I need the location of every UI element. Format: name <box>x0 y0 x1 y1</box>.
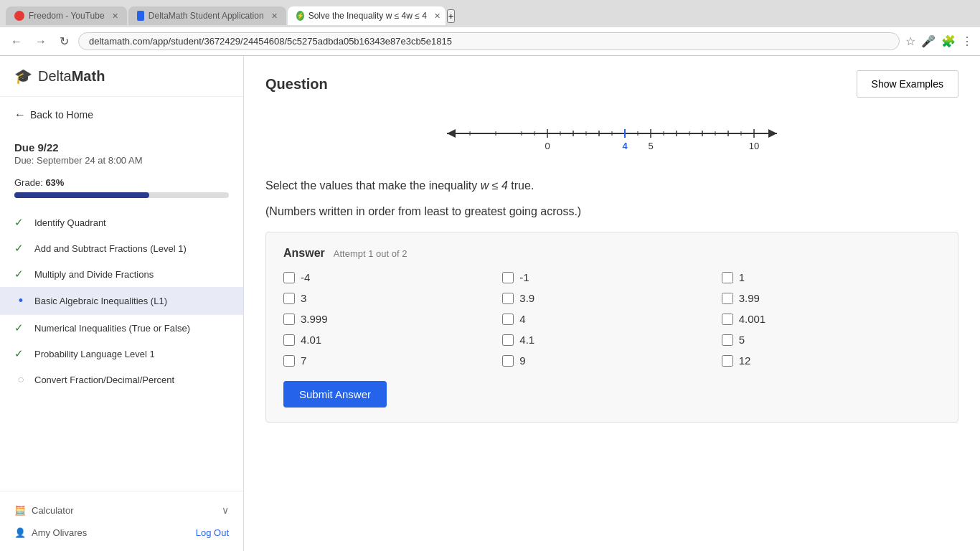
back-to-home-link[interactable]: ← Back to Home <box>0 97 243 133</box>
microphone-icon[interactable]: 🎤 <box>921 34 936 48</box>
back-arrow-icon: ← <box>14 108 26 121</box>
extension-icon[interactable]: 🧩 <box>941 34 956 48</box>
problem-statement: Select the values that make the inequali… <box>265 176 958 195</box>
menu-item-numerical-inequalities[interactable]: ✓ Numerical Inequalities (True or False) <box>0 315 243 341</box>
label-9[interactable]: 9 <box>519 354 525 367</box>
menu-items: ✓ Identify Quadrant ✓ Add and Subtract F… <box>0 207 243 395</box>
menu-item-label-identify: Identify Quadrant <box>34 217 229 228</box>
new-tab-button[interactable]: + <box>447 9 456 23</box>
due-title: Due 9/22 <box>14 141 229 154</box>
sidebar-footer: 🧮 Calculator ∨ 👤 Amy Olivares Log Out <box>0 491 243 551</box>
label-3-999[interactable]: 3.999 <box>301 313 328 325</box>
close-tab-solve[interactable]: ✕ <box>434 11 440 21</box>
user-info: 👤 Amy Olivares <box>14 527 87 538</box>
calculator-row[interactable]: 🧮 Calculator ∨ <box>14 499 229 522</box>
checkbox-neg4[interactable] <box>283 272 295 283</box>
checkbox-item-3-9: 3.9 <box>502 292 721 304</box>
checkbox-3-999[interactable] <box>283 314 295 325</box>
checkbox-4-1[interactable] <box>502 334 514 346</box>
menu-item-basic-algebraic-inequalities[interactable]: • Basic Algebraic Inequalities (L1) <box>0 287 243 315</box>
answer-label: Answer <box>283 247 325 260</box>
svg-text:4: 4 <box>622 141 628 151</box>
calculator-icon: 🧮 <box>14 505 26 516</box>
checkbox-4-001[interactable] <box>722 314 733 325</box>
label-3-99[interactable]: 3.99 <box>739 292 760 304</box>
logout-button[interactable]: Log Out <box>196 527 229 538</box>
menu-item-probability-language[interactable]: ✓ Probability Language Level 1 <box>0 341 243 367</box>
menu-icon[interactable]: ⋮ <box>961 34 973 48</box>
checkbox-4-01[interactable] <box>283 334 295 346</box>
checkbox-item-5: 5 <box>722 334 941 346</box>
checkbox-3[interactable] <box>283 293 295 304</box>
checkbox-4[interactable] <box>502 314 514 325</box>
solve-favicon: ⚡ <box>296 11 304 21</box>
main-content: Question Show Examples 0 <box>244 56 980 551</box>
sidebar: 🎓 DeltaMath ← Back to Home Due 9/22 Due:… <box>0 56 244 551</box>
tab-deltamath-label: DeltaMath Student Application <box>149 11 264 21</box>
checkbox-item-7: 7 <box>283 354 502 367</box>
menu-item-add-subtract-fractions[interactable]: ✓ Add and Subtract Fractions (Level 1) <box>0 235 243 261</box>
checkbox-7[interactable] <box>283 355 295 367</box>
checkbox-neg1[interactable] <box>502 272 514 283</box>
problem-math: w ≤ 4 <box>481 179 508 192</box>
check-icon-multiply-divide: ✓ <box>14 268 27 281</box>
checkbox-9[interactable] <box>502 355 514 367</box>
checkbox-12[interactable] <box>722 355 733 367</box>
checkbox-item-1: 1 <box>722 271 941 283</box>
logo-text: DeltaMath <box>38 68 105 85</box>
number-line-svg: 0 4 5 10 <box>433 112 791 155</box>
grade-section: Grade: 63% <box>0 171 243 207</box>
menu-item-identify-quadrant[interactable]: ✓ Identify Quadrant <box>0 209 243 235</box>
show-examples-button[interactable]: Show Examples <box>857 70 958 98</box>
url-bar[interactable] <box>78 32 900 50</box>
label-3[interactable]: 3 <box>301 292 306 304</box>
back-to-home-label: Back to Home <box>30 109 93 121</box>
checkbox-5[interactable] <box>722 334 733 346</box>
answer-section: Answer Attempt 1 out of 2 -4 -1 1 <box>265 232 958 423</box>
label-4[interactable]: 4 <box>519 313 525 325</box>
svg-text:10: 10 <box>749 141 759 151</box>
number-line-container: 0 4 5 10 <box>265 112 958 155</box>
tab-solve-label: Solve the Inequality w ≤ 4w ≤ 4 <box>308 11 427 21</box>
reload-button[interactable]: ↻ <box>56 33 72 50</box>
question-title: Question <box>265 76 328 93</box>
label-neg4[interactable]: -4 <box>301 271 310 283</box>
label-4-01[interactable]: 4.01 <box>301 334 321 346</box>
bookmark-icon[interactable]: ☆ <box>905 34 915 48</box>
menu-item-multiply-divide-fractions[interactable]: ✓ Multiply and Divide Fractions <box>0 261 243 287</box>
user-name: Amy Olivares <box>32 527 87 538</box>
check-icon-add-subtract: ✓ <box>14 242 27 255</box>
checkbox-1[interactable] <box>722 272 733 283</box>
close-tab-youtube[interactable]: ✕ <box>112 11 118 21</box>
back-nav-button[interactable]: ← <box>7 34 26 50</box>
label-5[interactable]: 5 <box>739 334 745 346</box>
checkbox-grid: -4 -1 1 3 3.9 <box>283 271 941 367</box>
label-neg1[interactable]: -1 <box>519 271 529 283</box>
label-12[interactable]: 12 <box>739 354 751 367</box>
label-3-9[interactable]: 3.9 <box>519 292 534 304</box>
submit-answer-button[interactable]: Submit Answer <box>283 381 387 408</box>
label-1[interactable]: 1 <box>739 271 745 283</box>
svg-text:0: 0 <box>545 141 550 151</box>
progress-bar-container <box>14 192 229 198</box>
label-7[interactable]: 7 <box>301 354 306 367</box>
active-dot-icon: • <box>14 293 27 309</box>
checkbox-3-9[interactable] <box>502 293 514 304</box>
checkbox-item-3-99: 3.99 <box>722 292 941 304</box>
svg-marker-2 <box>768 129 777 138</box>
logo-icon: 🎓 <box>14 67 32 85</box>
label-4-001[interactable]: 4.001 <box>739 313 766 325</box>
tab-solve-inequality[interactable]: ⚡ Solve the Inequality w ≤ 4w ≤ 4 ✕ <box>288 6 446 25</box>
empty-dot-icon: ○ <box>14 373 27 386</box>
tab-youtube[interactable]: Freedom - YouTube ✕ <box>6 6 127 25</box>
close-tab-deltamath[interactable]: ✕ <box>271 11 278 21</box>
tab-deltamath[interactable]: DeltaMath Student Application ✕ <box>128 6 286 25</box>
progress-bar-fill <box>14 192 149 198</box>
label-4-1[interactable]: 4.1 <box>519 334 534 346</box>
checkbox-3-99[interactable] <box>722 293 733 304</box>
menu-item-convert-fraction[interactable]: ○ Convert Fraction/Decimal/Percent <box>0 367 243 392</box>
menu-item-label-basic-algebraic: Basic Algebraic Inequalities (L1) <box>34 296 229 306</box>
sidebar-header: 🎓 DeltaMath <box>0 56 243 97</box>
forward-nav-button[interactable]: → <box>32 34 50 50</box>
problem-subtext: (Numbers written in order from least to … <box>265 202 958 221</box>
